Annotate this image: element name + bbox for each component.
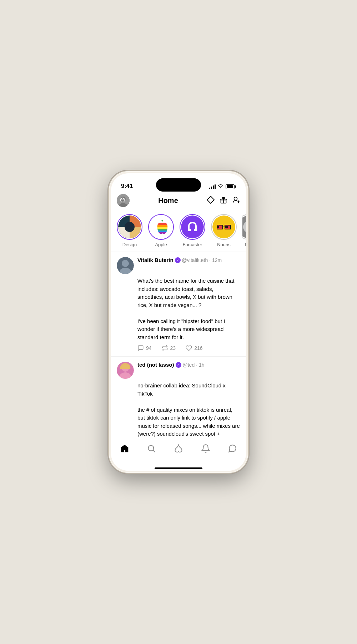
home-indicator <box>111 467 246 471</box>
dynamic-island <box>156 178 201 192</box>
post-ted: ted (not lasso) ✓ @ted · 1h no-brainer c… <box>111 357 246 438</box>
channel-item-design[interactable]: Design <box>117 214 142 247</box>
nav-notifications[interactable] <box>197 442 215 455</box>
gift-icon[interactable] <box>220 196 227 205</box>
channel-label-farcaster: Farcaster <box>183 242 202 247</box>
app-header: ⛑ Home <box>111 193 246 211</box>
svg-rect-28 <box>217 229 222 229</box>
post-vitalik: Vitalik Buterin ✓ @vitalik.eth · 12m Wha… <box>111 252 246 357</box>
post-like-count-vitalik: 216 <box>194 345 202 351</box>
channel-label-partial: Des <box>245 242 246 247</box>
post-header-ted: ted (not lasso) ✓ @ted · 1h <box>117 362 240 379</box>
post-header-vitalik: Vitalik Buterin ✓ @vitalik.eth · 12m <box>117 257 240 274</box>
svg-rect-29 <box>225 229 231 229</box>
post-author-line-ted: ted (not lasso) ✓ @ted · 1h <box>137 362 240 368</box>
svg-rect-31 <box>222 225 223 229</box>
svg-rect-35 <box>230 225 231 229</box>
svg-rect-26 <box>217 225 222 226</box>
post-comment-action-vitalik[interactable]: 94 <box>137 345 152 351</box>
post-handle-vitalik: @vitalik.eth <box>182 257 208 263</box>
svg-rect-12 <box>157 225 168 227</box>
wifi-icon <box>218 183 223 190</box>
post-time-vitalik: · 12m <box>209 257 222 263</box>
status-icons <box>209 183 236 190</box>
svg-rect-14 <box>157 229 168 231</box>
feed: Vitalik Buterin ✓ @vitalik.eth · 12m Wha… <box>111 252 246 438</box>
svg-rect-15 <box>157 231 168 232</box>
verified-badge-ted: ✓ <box>176 362 181 368</box>
nav-home[interactable] <box>116 442 134 455</box>
nav-messages[interactable] <box>223 442 241 455</box>
svg-rect-18 <box>188 229 191 231</box>
channel-label-design: Design <box>122 242 137 247</box>
svg-rect-32 <box>225 225 225 229</box>
svg-rect-27 <box>225 225 231 226</box>
home-indicator-bar <box>155 467 202 469</box>
svg-rect-34 <box>222 225 222 229</box>
header-actions <box>207 196 240 205</box>
header-title: Home <box>130 197 207 205</box>
svg-text:⛑: ⛑ <box>120 197 126 204</box>
channel-avatar-partial <box>242 214 246 240</box>
channel-item-farcaster[interactable]: Farcaster <box>180 214 205 247</box>
post-content-vitalik: What's the best name for the cuisine tha… <box>137 277 240 341</box>
post-author-line-vitalik: Vitalik Buterin ✓ @vitalik.eth · 12m <box>137 257 240 263</box>
channel-avatar-design <box>117 214 142 240</box>
channel-label-nouns: Nouns <box>217 242 231 247</box>
phone-screen: 9:41 <box>111 173 246 471</box>
status-time: 9:41 <box>121 183 133 190</box>
channel-avatar-nouns <box>211 214 237 240</box>
channel-avatar-farcaster <box>180 214 205 240</box>
svg-rect-19 <box>194 229 197 231</box>
post-content-ted: no-brainer collab idea: SoundCloud x Tik… <box>137 382 240 438</box>
channels-row: Design <box>111 211 246 252</box>
channel-label-apple: Apple <box>155 242 167 247</box>
header-user-avatar[interactable]: ⛑ <box>117 194 130 207</box>
channel-item-apple[interactable]: Apple <box>148 214 174 247</box>
svg-point-9 <box>125 222 135 232</box>
svg-point-39 <box>122 260 129 267</box>
battery-icon <box>226 184 236 189</box>
post-handle-ted: @ted <box>183 362 195 368</box>
post-comment-count-vitalik: 94 <box>146 345 152 351</box>
verified-badge-vitalik: ✓ <box>175 257 181 263</box>
channel-item-partial[interactable]: Des <box>242 214 246 247</box>
post-avatar-ted[interactable] <box>117 362 134 379</box>
post-meta-ted: ted (not lasso) ✓ @ted · 1h <box>137 362 240 368</box>
svg-rect-13 <box>157 227 168 229</box>
post-recast-action-vitalik[interactable]: 23 <box>162 345 176 351</box>
post-author-name-vitalik: Vitalik Buterin <box>137 257 174 263</box>
bottom-nav <box>111 438 246 467</box>
post-like-action-vitalik[interactable]: 216 <box>186 345 202 351</box>
post-author-name-ted: ted (not lasso) <box>137 362 174 368</box>
svg-rect-33 <box>217 225 217 229</box>
channel-item-nouns[interactable]: Nouns <box>211 214 237 247</box>
post-actions-vitalik: 94 23 <box>137 345 240 351</box>
svg-point-7 <box>234 197 237 200</box>
signal-icon <box>209 184 216 189</box>
post-time-ted: · 1h <box>196 362 204 368</box>
diamond-icon[interactable] <box>207 196 215 205</box>
channel-avatar-apple <box>148 214 174 240</box>
post-recast-count-vitalik: 23 <box>170 345 176 351</box>
svg-point-17 <box>182 216 203 238</box>
phone-frame: 9:41 <box>109 171 248 473</box>
post-avatar-vitalik[interactable] <box>117 257 134 274</box>
svg-point-44 <box>149 445 154 451</box>
add-user-icon[interactable] <box>232 196 240 205</box>
nav-search[interactable] <box>142 442 160 455</box>
post-meta-vitalik: Vitalik Buterin ✓ @vitalik.eth · 12m <box>137 257 240 263</box>
nav-trending[interactable] <box>170 442 187 455</box>
